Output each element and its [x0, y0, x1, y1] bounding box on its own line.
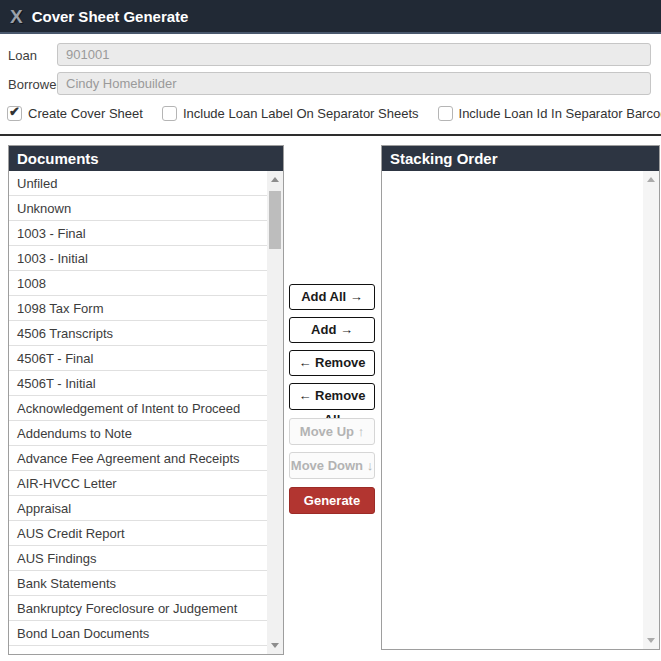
scroll-up-icon[interactable]: [267, 171, 283, 188]
document-list-item-label: AUS Credit Report: [17, 526, 125, 541]
documents-list: Unfiled Unknown 1003 - Final 1003 - Init…: [9, 171, 267, 654]
stacking-order-panel: Stacking Order: [381, 145, 660, 650]
stacking-order-panel-body: [382, 171, 659, 649]
remove-all-button[interactable]: ← Remove All: [289, 383, 375, 410]
add-all-button[interactable]: Add All →: [289, 284, 375, 310]
document-list-item-label: 1008: [17, 276, 46, 291]
options-row: ✔ Create Cover Sheet Include Loan Label …: [7, 103, 661, 123]
documents-panel: Documents Unfiled Unknown 1003 - Final: [8, 145, 284, 655]
document-list-item-label: 1003 - Initial: [17, 251, 88, 266]
scroll-down-icon[interactable]: [267, 637, 283, 654]
app-logo-x-icon: X: [10, 7, 23, 26]
document-list-item-label: AUS Findings: [17, 551, 96, 566]
document-list-item[interactable]: Bond Loan Documents: [9, 621, 267, 646]
document-list-item[interactable]: Bank Statements: [9, 571, 267, 596]
create-cover-sheet-label: Create Cover Sheet: [28, 106, 143, 121]
document-list-item-label: 1003 - Final: [17, 226, 86, 241]
stacking-order-list: [382, 171, 643, 649]
include-loan-id-option[interactable]: Include Loan Id In Separator Barcodes: [438, 106, 661, 121]
document-list-item[interactable]: AIR-HVCC Letter: [9, 471, 267, 496]
document-list-item-label: Advance Fee Agreement and Receipts: [17, 451, 240, 466]
section-divider: [0, 134, 661, 136]
checkmark-icon: ✔: [9, 104, 20, 119]
window-title: Cover Sheet Generate: [32, 8, 189, 25]
document-list-item[interactable]: Unfiled: [9, 171, 267, 196]
document-list-item[interactable]: 4506T - Final: [9, 346, 267, 371]
loan-field[interactable]: [57, 43, 651, 66]
document-list-item[interactable]: 1003 - Initial: [9, 246, 267, 271]
document-list-item-label: 4506 Transcripts: [17, 326, 113, 341]
document-list-item-label: 4506T - Final: [17, 351, 93, 366]
documents-panel-header: Documents: [9, 146, 283, 171]
include-loan-id-checkbox[interactable]: [438, 106, 453, 121]
document-list-item[interactable]: AUS Credit Report: [9, 521, 267, 546]
document-list-item-label: Bank Statements: [17, 576, 116, 591]
document-list-item-label: Bankruptcy Foreclosure or Judgement: [17, 601, 237, 616]
document-list-item-label: Unknown: [17, 201, 71, 216]
generate-button[interactable]: Generate: [289, 487, 375, 514]
move-up-button[interactable]: Move Up ↑: [289, 418, 375, 445]
document-list-item[interactable]: Appraisal: [9, 496, 267, 521]
document-list-item[interactable]: Advance Fee Agreement and Receipts: [9, 446, 267, 471]
include-loan-id-label: Include Loan Id In Separator Barcodes: [459, 106, 661, 121]
create-cover-sheet-option[interactable]: ✔ Create Cover Sheet: [7, 106, 143, 121]
document-list-item-label: Appraisal: [17, 501, 71, 516]
document-list-item-label: Bond Loan Documents: [17, 626, 149, 641]
add-button[interactable]: Add →: [289, 317, 375, 343]
document-list-item-label: Acknowledgement of Intent to Proceed: [17, 401, 240, 416]
borrower-label: Borrower: [8, 77, 61, 92]
document-list-item-label: 1098 Tax Form: [17, 301, 103, 316]
documents-scrollbar[interactable]: [267, 171, 283, 654]
include-loan-label-checkbox[interactable]: [162, 106, 177, 121]
include-loan-label-option[interactable]: Include Loan Label On Separator Sheets: [162, 106, 419, 121]
document-list-item-label: AIR-HVCC Letter: [17, 476, 117, 491]
document-list-item[interactable]: Addendums to Note: [9, 421, 267, 446]
document-list-item-label: 4506T - Initial: [17, 376, 96, 391]
document-list-item[interactable]: 4506 Transcripts: [9, 321, 267, 346]
document-list-item-label: Addendums to Note: [17, 426, 132, 441]
titlebar: X Cover Sheet Generate: [0, 0, 661, 34]
borrower-field[interactable]: [57, 72, 651, 95]
document-list-item[interactable]: Acknowledgement of Intent to Proceed: [9, 396, 267, 421]
create-cover-sheet-checkbox[interactable]: ✔: [7, 106, 22, 121]
document-list-item[interactable]: 1008: [9, 271, 267, 296]
remove-button[interactable]: ← Remove: [289, 350, 375, 376]
documents-panel-body: Unfiled Unknown 1003 - Final 1003 - Init…: [9, 171, 283, 654]
scrollbar-thumb[interactable]: [269, 191, 281, 249]
document-list-item[interactable]: AUS Findings: [9, 546, 267, 571]
stacking-order-panel-header: Stacking Order: [382, 146, 659, 171]
document-list-item[interactable]: Bankruptcy Foreclosure or Judgement: [9, 596, 267, 621]
document-list-item[interactable]: 1003 - Final: [9, 221, 267, 246]
document-list-item[interactable]: 1098 Tax Form: [9, 296, 267, 321]
document-list-item[interactable]: Unknown: [9, 196, 267, 221]
scroll-down-icon[interactable]: [643, 632, 659, 649]
stacking-order-scrollbar[interactable]: [643, 171, 659, 649]
include-loan-label-label: Include Loan Label On Separator Sheets: [183, 106, 419, 121]
document-list-item-label: Borrower Signature Auth: [17, 651, 159, 655]
document-list-item[interactable]: 4506T - Initial: [9, 371, 267, 396]
move-down-button[interactable]: Move Down ↓: [289, 452, 375, 479]
document-list-item-label: Unfiled: [17, 176, 57, 191]
cover-sheet-generate-window: X Cover Sheet Generate Loan Borrower ✔ C…: [0, 0, 661, 661]
document-list-item[interactable]: Borrower Signature Auth: [9, 646, 267, 654]
loan-label: Loan: [8, 48, 37, 63]
scroll-up-icon[interactable]: [643, 171, 659, 188]
